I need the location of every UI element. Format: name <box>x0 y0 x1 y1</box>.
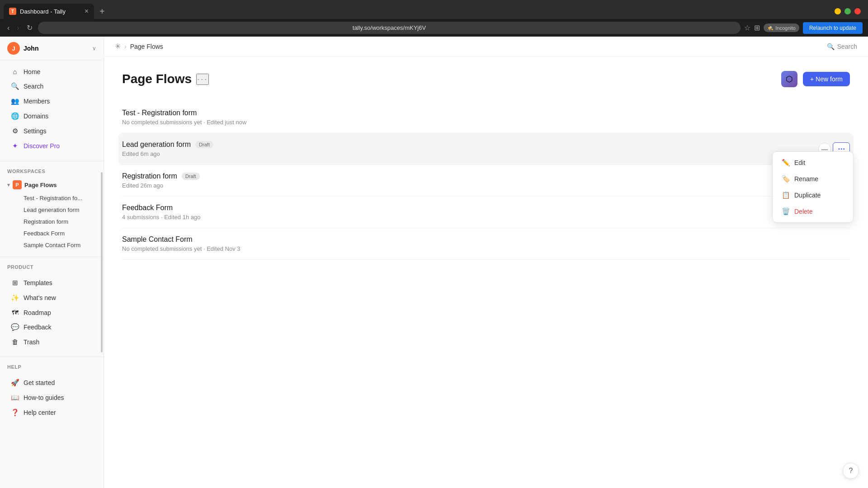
tab-close-button[interactable]: × <box>85 7 89 15</box>
form-meta-4: No completed submissions yet · Edited No… <box>122 245 850 252</box>
sidebar-scrollbar[interactable] <box>101 172 103 353</box>
context-menu-item-delete[interactable]: 🗑️ Delete <box>775 203 850 220</box>
form-item-feedback[interactable]: Feedback Form 4 submissions · Edited 1h … <box>122 197 850 228</box>
back-button[interactable]: ‹ <box>5 22 11 34</box>
form-name-3: Feedback Form <box>122 204 173 212</box>
tree-item-label-2: Registration form <box>24 218 68 225</box>
form-name-0: Test - Registration form <box>122 109 197 117</box>
home-icon: ⌂ <box>11 68 19 75</box>
context-menu-item-edit[interactable]: ✏️ Edit <box>775 155 850 171</box>
sidebar-label-whats-new: What's new <box>24 294 56 301</box>
form-item-test-registration[interactable]: Test - Registration form No completed su… <box>122 102 850 133</box>
close-button[interactable] <box>854 8 861 14</box>
page-menu-button[interactable]: ··· <box>196 74 209 85</box>
sidebar-item-label-settings: Settings <box>24 127 47 135</box>
main-content: ✳ › Page Flows 🔍 Search Page Flows ··· ⬡ <box>104 37 868 488</box>
sidebar-label-feedback: Feedback <box>24 324 51 331</box>
context-menu-label-delete: Delete <box>794 208 812 215</box>
sidebar-item-get-started[interactable]: 🚀 Get started <box>4 375 100 390</box>
tree-item-label-3: Feedback Form <box>24 230 65 237</box>
tab-favicon: T <box>9 8 16 15</box>
sidebar: J John ∨ ⌂ Home 🔍 Search 👥 Members 🌐 Dom… <box>0 37 104 488</box>
url-input[interactable] <box>38 22 741 34</box>
avatar: J <box>7 42 20 55</box>
sidebar-item-settings[interactable]: ⚙ Settings <box>4 124 100 138</box>
form-item-sample-contact[interactable]: Sample Contact Form No completed submiss… <box>122 228 850 260</box>
sidebar-item-members[interactable]: 👥 Members <box>4 94 100 108</box>
active-tab[interactable]: T Dashboard - Tally × <box>4 4 94 19</box>
sidebar-item-help-center[interactable]: ❓ Help center <box>4 405 100 420</box>
help-center-icon: ❓ <box>11 408 19 417</box>
new-tab-button[interactable]: + <box>96 5 108 19</box>
tree-item-label-1: Lead generation form <box>24 206 80 213</box>
sidebar-item-templates[interactable]: ⊞ Templates <box>4 276 100 290</box>
breadcrumb: ✳ › Page Flows <box>115 42 163 51</box>
product-nav: ⊞ Templates ✨ What's new 🗺 Roadmap 💬 Fee… <box>0 272 104 353</box>
incognito-icon: 🕵 <box>767 25 774 31</box>
tree-item-lead-generation[interactable]: Lead generation form <box>4 204 100 216</box>
reload-button[interactable]: ↻ <box>25 22 34 34</box>
form-meta-2: Edited 26m ago <box>122 182 850 189</box>
sidebar-item-domains[interactable]: 🌐 Domains <box>4 109 100 123</box>
tree-item-feedback-form[interactable]: Feedback Form <box>4 228 100 239</box>
sidebar-label-templates: Templates <box>24 279 52 286</box>
workspace-icon: P <box>13 180 22 189</box>
context-menu-label-duplicate: Duplicate <box>794 192 821 199</box>
top-search-button[interactable]: 🔍 Search <box>827 43 857 50</box>
relaunch-button[interactable]: Relaunch to update <box>803 22 863 34</box>
form-name-row-3: Feedback Form <box>122 204 850 212</box>
minimize-button[interactable] <box>835 8 841 14</box>
rename-icon: 🏷️ <box>782 175 790 183</box>
incognito-badge: 🕵 Incognito <box>764 23 799 32</box>
discover-pro-icon: ✦ <box>11 142 19 150</box>
form-item-registration[interactable]: Registration form Draft Edited 26m ago <box>122 165 850 197</box>
tree-item-test-registration[interactable]: Test - Registration fo... <box>4 192 100 204</box>
help-nav: 🚀 Get started 📖 How-to guides ❓ Help cen… <box>0 371 104 427</box>
tab-title: Dashboard - Tally <box>20 8 81 15</box>
sidebar-nav: ⌂ Home 🔍 Search 👥 Members 🌐 Domains ⚙ Se… <box>0 61 104 157</box>
sidebar-item-trash[interactable]: 🗑 Trash <box>4 335 100 349</box>
sidebar-label-get-started: Get started <box>24 379 55 386</box>
incognito-label: Incognito <box>775 25 796 31</box>
tree-item-label-4: Sample Contact Form <box>24 242 80 249</box>
extensions-icon[interactable]: ⊞ <box>754 23 760 32</box>
bookmark-icon[interactable]: ☆ <box>744 23 750 32</box>
address-bar: ‹ › ↻ ☆ ⊞ 🕵 Incognito Relaunch to update <box>0 19 868 37</box>
sidebar-item-home[interactable]: ⌂ Home <box>4 65 100 79</box>
sidebar-divider-1 <box>0 161 104 161</box>
browser-chrome: T Dashboard - Tally × + ‹ › ↻ ☆ ⊞ 🕵 Inco… <box>0 0 868 37</box>
sidebar-item-roadmap[interactable]: 🗺 Roadmap <box>4 305 100 319</box>
context-menu-item-duplicate[interactable]: 📋 Duplicate <box>775 187 850 203</box>
form-item-lead-generation[interactable]: Lead generation form Draft Edited 6m ago… <box>118 133 854 165</box>
workspace-name: Page Flows <box>24 182 57 188</box>
form-name-row-4: Sample Contact Form <box>122 235 850 244</box>
page-actions: ⬡ + New form <box>781 71 850 87</box>
window-controls <box>835 8 864 14</box>
context-menu-item-rename[interactable]: 🏷️ Rename <box>775 171 850 187</box>
draft-badge-2: Draft <box>182 173 200 180</box>
new-form-button[interactable]: + New form <box>803 72 850 86</box>
tree-item-sample-contact[interactable]: Sample Contact Form <box>4 239 100 251</box>
form-meta-0: No completed submissions yet · Edited ju… <box>122 119 850 126</box>
maximize-button[interactable] <box>844 8 851 14</box>
sidebar-item-discover-pro[interactable]: ✦ Discover Pro <box>4 139 100 153</box>
sidebar-item-search[interactable]: 🔍 Search <box>4 79 100 94</box>
sidebar-item-label-search: Search <box>24 83 43 90</box>
form-name-1: Lead generation form <box>122 141 191 149</box>
sidebar-item-feedback[interactable]: 💬 Feedback <box>4 320 100 334</box>
breadcrumb-separator: › <box>124 43 127 50</box>
sidebar-label-how-to: How-to guides <box>24 394 64 401</box>
chevron-down-icon[interactable]: ∨ <box>92 45 96 52</box>
form-list: Test - Registration form No completed su… <box>122 102 850 260</box>
form-name-row-1: Lead generation form Draft <box>122 141 818 149</box>
help-fab-button[interactable]: ? <box>843 463 859 479</box>
settings-icon: ⚙ <box>11 127 19 135</box>
sidebar-item-how-to[interactable]: 📖 How-to guides <box>4 390 100 405</box>
workspace-header[interactable]: ▾ P Page Flows <box>0 178 104 192</box>
forward-button[interactable]: › <box>15 22 21 34</box>
tree-item-registration[interactable]: Registration form <box>4 216 100 227</box>
form-name-row-0: Test - Registration form <box>122 109 850 117</box>
how-to-icon: 📖 <box>11 394 19 402</box>
sidebar-item-whats-new[interactable]: ✨ What's new <box>4 291 100 305</box>
product-section-title: Product <box>0 261 104 272</box>
